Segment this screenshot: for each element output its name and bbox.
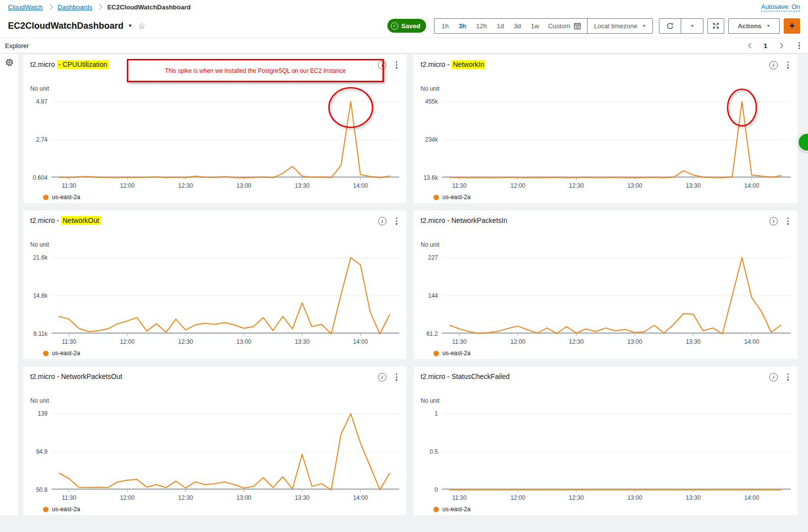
time-range-3h[interactable]: 3h: [454, 22, 471, 30]
legend-item[interactable]: us-east-2a: [433, 194, 471, 201]
y-tick-label: 13.6k: [414, 174, 438, 182]
x-tick-label: 11:30: [444, 494, 474, 501]
info-icon[interactable]: i: [378, 373, 386, 381]
chart-title-highlight: NetworkOut: [61, 216, 101, 225]
x-axis-labels: 11:3012:0012:3013:0013:3014:00: [442, 338, 791, 346]
info-icon[interactable]: i: [769, 373, 778, 381]
page-prev-icon[interactable]: [748, 42, 752, 49]
x-tick-label: 11:30: [444, 182, 474, 189]
y-tick-label: 21.6k: [23, 254, 48, 262]
favorite-star-icon[interactable]: ☆: [138, 21, 145, 31]
explorer-pagination: 1: [748, 41, 801, 51]
chart-title-highlight: - CPUUtilization: [57, 60, 109, 69]
legend-marker: [43, 195, 49, 200]
time-range-1w[interactable]: 1w: [526, 22, 544, 30]
kebab-menu-icon[interactable]: [786, 60, 790, 70]
legend-item[interactable]: us-east-2a: [43, 194, 80, 201]
x-tick-label: 13:30: [287, 182, 317, 189]
x-tick-label: 14:00: [737, 182, 766, 189]
actions-button[interactable]: Actions ▼: [728, 18, 780, 34]
info-icon[interactable]: i: [769, 217, 778, 225]
chart-card: t2.micro - NetworkOut i No unit 21.6k14.…: [23, 211, 406, 359]
title-dropdown-icon[interactable]: ▼: [128, 23, 132, 28]
x-tick-label: 12:00: [112, 494, 142, 501]
chart-card: t2.micro - CPUUtilization i This spike i…: [23, 54, 406, 203]
chart-card: t2.micro - NetworkIn i No unit 455k234k1…: [414, 54, 798, 203]
y-tick-label: 227: [414, 254, 438, 262]
legend-label: us-east-2a: [442, 350, 471, 357]
time-ranges: 1h3h12h1d3d1w: [434, 19, 546, 33]
x-tick-label: 12:00: [112, 182, 142, 189]
x-tick-label: 12:00: [112, 338, 142, 345]
x-tick-label: 14:00: [346, 494, 376, 501]
custom-range-button[interactable]: Custom: [546, 19, 587, 33]
legend-label: us-east-2a: [442, 506, 471, 513]
y-tick-label: 2.74: [23, 136, 48, 144]
kebab-menu-icon[interactable]: [395, 372, 398, 382]
chevron-down-icon: ▼: [690, 24, 694, 28]
refresh-options-button[interactable]: ▼: [681, 19, 703, 33]
chart-canvas: [442, 414, 791, 490]
kebab-menu-icon[interactable]: [786, 216, 790, 226]
y-tick-label: 0: [414, 486, 438, 494]
legend-item[interactable]: us-east-2a: [43, 506, 80, 513]
info-icon[interactable]: i: [378, 217, 386, 225]
custom-label: Custom: [548, 22, 570, 30]
info-icon[interactable]: i: [769, 61, 778, 69]
breadcrumb-link[interactable]: CloudWatch: [8, 3, 43, 11]
explorer-kebab-menu-icon[interactable]: [798, 41, 801, 51]
dashboard-title-bar: EC2CloudWatchDashboard ▼ ☆ ✓ Saved 1h3h1…: [0, 14, 808, 38]
y-tick-label: 0.604: [23, 174, 48, 182]
y-axis-labels: 455k234k13.6k: [414, 54, 438, 203]
breadcrumb-link[interactable]: Dashboards: [57, 3, 92, 11]
time-range-1h[interactable]: 1h: [436, 22, 453, 30]
feedback-beacon[interactable]: [798, 133, 808, 152]
kebab-menu-icon[interactable]: [395, 216, 398, 226]
legend-item[interactable]: us-east-2a: [433, 506, 471, 513]
legend-item[interactable]: us-east-2a: [43, 350, 80, 357]
y-tick-label: 0.5: [414, 448, 438, 456]
x-axis-labels: 11:3012:0012:3013:0013:3014:00: [52, 338, 399, 346]
legend-item[interactable]: us-east-2a: [433, 350, 471, 357]
x-tick-label: 13:00: [620, 494, 649, 501]
chart-title-highlight: NetworkIn: [451, 60, 485, 69]
x-tick-label: 12:00: [503, 182, 533, 189]
x-tick-label: 11:30: [54, 338, 84, 345]
actions-label: Actions: [738, 22, 761, 30]
x-tick-label: 12:30: [171, 182, 201, 189]
annotation-circle: [329, 88, 373, 127]
time-range-3d[interactable]: 3d: [509, 22, 526, 30]
chart-plot: [52, 258, 399, 334]
gear-icon[interactable]: [4, 57, 14, 67]
y-tick-label: 4.87: [23, 98, 48, 106]
y-tick-label: 50.8: [23, 486, 48, 494]
annotation-circle: [728, 89, 756, 126]
legend-marker: [433, 351, 439, 356]
x-tick-label: 13:30: [287, 494, 317, 501]
kebab-menu-icon[interactable]: [786, 372, 790, 382]
x-tick-label: 12:00: [503, 338, 533, 345]
time-range-1d[interactable]: 1d: [492, 22, 509, 30]
page-number: 1: [764, 42, 767, 50]
x-tick-label: 13:00: [229, 338, 259, 345]
x-axis-labels: 11:3012:0012:3013:0013:3014:00: [52, 494, 399, 502]
legend-label: us-east-2a: [52, 506, 80, 513]
fullscreen-button[interactable]: [707, 18, 724, 34]
x-tick-label: 13:30: [287, 338, 317, 345]
x-tick-label: 12:30: [171, 494, 201, 501]
y-tick-label: 234k: [414, 136, 438, 144]
chart-card: t2.micro - StatusCheckFailed i No unit 1…: [414, 367, 798, 515]
autosave-toggle[interactable]: Autosave: On: [761, 3, 800, 11]
refresh-split-button: ▼: [659, 18, 703, 34]
charts-grid: t2.micro - CPUUtilization i This spike i…: [23, 54, 798, 515]
time-range-12h[interactable]: 12h: [471, 22, 492, 30]
legend-marker: [433, 195, 439, 200]
chevron-down-icon: ▼: [766, 24, 770, 28]
timezone-select[interactable]: Local timezone ▼: [587, 19, 652, 33]
kebab-menu-icon[interactable]: [395, 60, 398, 70]
refresh-button[interactable]: [659, 19, 681, 33]
add-widget-button[interactable]: +: [784, 18, 800, 34]
chart-canvas: [52, 258, 399, 334]
page-next-icon[interactable]: [779, 42, 784, 49]
x-tick-label: 13:30: [678, 338, 708, 345]
